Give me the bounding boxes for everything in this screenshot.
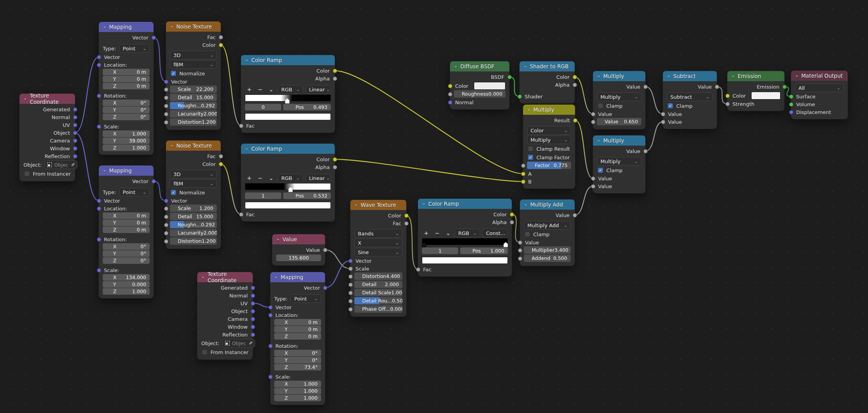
mix1-multiply-dropdown[interactable]: Multiply⌄: [527, 135, 571, 144]
value1-header[interactable]: ⌄Value: [272, 234, 325, 244]
emis-color-swatch[interactable]: [751, 92, 780, 100]
add-stop-button[interactable]: +: [245, 175, 254, 181]
multop-value-output-socket[interactable]: [643, 85, 648, 89]
ramp3-fac-input-socket[interactable]: [416, 267, 420, 272]
ramp2-header[interactable]: ⌄Color Ramp: [241, 144, 335, 154]
noise1-roughn-slider[interactable]: Roughn...0.292: [170, 102, 217, 109]
ramp3-color-swatch[interactable]: [422, 257, 508, 264]
noise1-header[interactable]: ⌄Noise Texture: [166, 21, 221, 32]
ramp1-stop-position-field[interactable]: Pos0.493: [283, 104, 331, 110]
mapping2-x-field[interactable]: X0°: [103, 243, 150, 250]
mapping1-scale-input-socket[interactable]: [97, 125, 101, 129]
texcoord2-from-instancer-checkbox[interactable]: [202, 349, 207, 355]
texcoord1-reflection-output-socket[interactable]: [73, 154, 77, 158]
collapse-chevron-icon[interactable]: ⌄: [527, 107, 530, 111]
ramp1-alpha-output-socket[interactable]: [333, 77, 337, 81]
wave1-detail-rou-input-socket[interactable]: [348, 299, 353, 303]
interpolation-dropdown[interactable]: Linear⌄: [305, 85, 331, 94]
noise2-roughn-slider[interactable]: Roughn...0.292: [170, 221, 217, 228]
mapping2-vector-output-socket[interactable]: [152, 179, 156, 183]
eyedropper-icon[interactable]: ✎: [70, 163, 75, 167]
ramp1-color-output-socket[interactable]: [333, 69, 337, 73]
mapping2-x-field[interactable]: X134.000: [103, 274, 150, 281]
mapping2-point-dropdown[interactable]: Point⌄: [119, 188, 150, 196]
mapping2-location-input-socket[interactable]: [97, 206, 101, 211]
ramp3-stop-index-field[interactable]: 1: [422, 247, 458, 254]
noise1-lacunarity-input-socket[interactable]: [164, 112, 168, 116]
ramp3-ramp-marker[interactable]: [504, 242, 508, 247]
sub1-value-input-socket[interactable]: [661, 112, 665, 116]
add-stop-button[interactable]: +: [245, 86, 254, 93]
out1-surface-input-socket[interactable]: [789, 94, 793, 99]
mapping1-x-field[interactable]: X0°: [103, 100, 150, 106]
madd-addend-slider[interactable]: Addend0.500: [524, 255, 571, 262]
texcoord2-uv-output-socket[interactable]: [251, 301, 255, 306]
noise2-fac-output-socket[interactable]: [219, 154, 223, 158]
madd-value-output-socket[interactable]: [573, 213, 577, 217]
mapping2-z-field[interactable]: Z1.000: [103, 288, 150, 295]
collapse-chevron-icon[interactable]: ⌄: [667, 73, 670, 78]
noise2-fbm-dropdown[interactable]: fBM⌄: [170, 179, 217, 188]
mapping2-rotation-input-socket[interactable]: [97, 237, 101, 242]
mapping2-x-field[interactable]: X0 m: [103, 212, 150, 219]
texcoord2-object-output-socket[interactable]: [251, 309, 255, 313]
emis-emission-output-socket[interactable]: [782, 85, 787, 89]
collapse-chevron-icon[interactable]: ⌄: [103, 168, 106, 172]
mapping1-rotation-input-socket[interactable]: [97, 94, 101, 98]
ramp3-alpha-output-socket[interactable]: [510, 220, 514, 224]
noise1-fbm-dropdown[interactable]: fBM⌄: [170, 60, 217, 69]
mapping2-z-field[interactable]: Z0°: [103, 257, 150, 264]
collapse-chevron-icon[interactable]: ⌄: [276, 237, 280, 241]
noise1-distortion-input-socket[interactable]: [164, 120, 168, 125]
ramp2-ramp-marker[interactable]: [288, 187, 293, 192]
multop-multiply-dropdown[interactable]: Multiply⌄: [597, 93, 641, 101]
mapping3-scale-input-socket[interactable]: [268, 375, 273, 379]
ramp2-color-swatch[interactable]: [245, 202, 331, 209]
noise1-lacunarity-slider[interactable]: Lacunarity2.000: [170, 110, 217, 117]
wave1-detail-scale-slider[interactable]: Detail Scale1.000: [354, 289, 402, 296]
emis-header[interactable]: ⌄Emission: [727, 71, 784, 81]
collapse-chevron-icon[interactable]: ⌄: [103, 24, 106, 28]
mapping3-y-field[interactable]: Y1.000: [274, 388, 321, 394]
wave1-header[interactable]: ⌄Wave Texture: [350, 200, 406, 210]
mapping2-z-field[interactable]: Z0 m: [103, 226, 150, 233]
texcoord1-uv-output-socket[interactable]: [73, 123, 77, 127]
texcoord1-header[interactable]: ⌄Texture Coordinate: [20, 94, 75, 104]
collapse-chevron-icon[interactable]: ⌄: [170, 24, 173, 28]
wave1-color-output-socket[interactable]: [404, 214, 409, 218]
wave1-phase-off-slider[interactable]: Phase Off...0.000: [354, 305, 402, 313]
madd-multiplier-slider[interactable]: Multiplier3.400: [524, 246, 571, 254]
mix1-clamp-factor-checkbox[interactable]: ✓: [528, 155, 533, 160]
noise1-fac-output-socket[interactable]: [219, 35, 223, 39]
texcoord2-reflection-output-socket[interactable]: [251, 333, 255, 337]
mapping1-y-field[interactable]: Y0°: [103, 107, 150, 113]
remove-stop-button[interactable]: −: [256, 175, 264, 181]
add-stop-button[interactable]: +: [422, 230, 430, 236]
wave1-scale-input-socket[interactable]: [348, 267, 353, 271]
noise2-header[interactable]: ⌄Noise Texture: [166, 141, 221, 151]
mapping3-rotation-input-socket[interactable]: [268, 344, 273, 348]
wave1-vector-input-socket[interactable]: [348, 259, 353, 263]
noise2-scale-slider[interactable]: Scale1.200: [170, 205, 217, 212]
color-mode-dropdown[interactable]: RGB⌄: [278, 85, 303, 94]
ramp1-fac-input-socket[interactable]: [239, 124, 243, 128]
mix1-b-input-socket[interactable]: [521, 180, 525, 184]
emis-strength-input-socket[interactable]: [725, 102, 730, 106]
out1-header[interactable]: ⌄Material Output: [791, 71, 848, 81]
collapse-chevron-icon[interactable]: ⌄: [354, 202, 358, 206]
mapping3-vector-input-socket[interactable]: [268, 305, 273, 310]
mapping2-header[interactable]: ⌄Mapping: [99, 166, 154, 176]
multop-value-input-socket[interactable]: [591, 112, 595, 116]
noise1-scale-input-socket[interactable]: [164, 87, 168, 92]
wave1-detail-rou-slider[interactable]: Detail Rou...0.500: [354, 297, 402, 304]
madd-clamp-checkbox[interactable]: [525, 231, 530, 237]
collapse-chevron-icon[interactable]: ⌄: [245, 146, 248, 150]
mapping2-vector-input-socket[interactable]: [97, 199, 101, 203]
ramp1-color-swatch[interactable]: [245, 113, 331, 120]
sub1-value-output-socket[interactable]: [715, 85, 719, 89]
noise2-distortion-slider[interactable]: Distortion1.200: [170, 237, 217, 245]
madd-multiplier-input-socket[interactable]: [518, 248, 522, 253]
mapping1-vector-input-socket[interactable]: [97, 55, 101, 59]
noise1-normalize-checkbox[interactable]: ✓: [171, 71, 176, 76]
mapping2-y-field[interactable]: Y0°: [103, 250, 150, 257]
